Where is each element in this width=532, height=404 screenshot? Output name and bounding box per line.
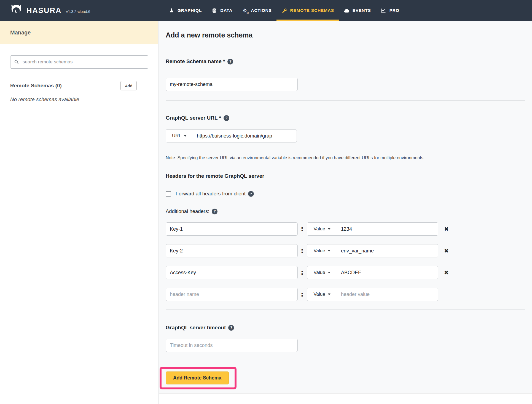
header-rows: : Value ✖ : Value ✖ : [166, 222, 525, 301]
nav-item-label: EVENTS [353, 8, 371, 13]
colon-separator: : [301, 244, 303, 257]
schema-search [10, 55, 148, 69]
remote-schemas-count-heading: Remote Schemas (0) [10, 83, 62, 89]
help-icon[interactable]: ? [228, 325, 234, 331]
label-text: Additional headers: [166, 208, 209, 214]
cloud-icon [343, 7, 350, 14]
wrench-icon [281, 7, 288, 14]
label-text: GraphQL server timeout [166, 325, 226, 331]
brand: HASURA v1.3.2-cloud.6 [0, 4, 90, 17]
search-remote-schemas-input[interactable] [10, 55, 148, 69]
submit-area: Add Remote Schema [166, 371, 229, 384]
nav-item-label: DATA [220, 8, 232, 13]
colon-separator: : [301, 288, 303, 301]
header-row: : Value ✖ [166, 266, 525, 279]
value-type-dropdown[interactable]: Value [307, 288, 337, 301]
chevron-down-icon [328, 250, 331, 252]
header-value-input[interactable] [337, 288, 438, 301]
remove-header-icon[interactable]: ✖ [444, 270, 449, 275]
graphql-server-url-label: GraphQL server URL * ? [166, 115, 525, 121]
value-type-dropdown[interactable]: Value [307, 266, 337, 279]
label-text: Remote Schema name * [166, 58, 225, 64]
top-navbar: HASURA v1.3.2-cloud.6 GRAPHIQL DATA ⚙ ⚙ … [0, 0, 532, 21]
url-type-label: URL [172, 133, 181, 139]
header-key-input[interactable] [166, 288, 298, 301]
remote-schema-name-label: Remote Schema name * ? [166, 58, 525, 64]
top-nav: GRAPHIQL DATA ⚙ ⚙ ACTIONS REMOTE SCHEMAS [164, 0, 404, 21]
nav-item-data[interactable]: DATA [206, 0, 237, 21]
chevron-down-icon [328, 228, 331, 230]
add-remote-schema-form: Add a new remote schema Remote Schema na… [159, 21, 532, 394]
nav-item-label: PRO [389, 8, 399, 13]
remove-header-icon[interactable]: ✖ [444, 248, 449, 254]
main-panel: Add a new remote schema Remote Schema na… [159, 21, 532, 404]
chevron-down-icon [328, 293, 331, 295]
flask-icon [168, 7, 175, 14]
page-title: Add a new remote schema [166, 21, 525, 39]
label-text: GraphQL server URL * [166, 115, 221, 121]
nav-item-remote-schemas[interactable]: REMOTE SCHEMAS [276, 0, 339, 21]
header-row: : Value ✖ [166, 244, 525, 257]
section-divider [166, 309, 525, 310]
header-key-input[interactable] [166, 244, 298, 257]
section-divider [166, 100, 525, 101]
remove-header-icon[interactable]: ✖ [444, 226, 449, 232]
forward-headers-row: Forward all headers from client ? [166, 191, 525, 197]
colon-separator: : [301, 222, 303, 236]
url-note: Note: Specifying the server URL via an e… [166, 155, 525, 160]
value-type-label: Value [313, 292, 325, 297]
help-icon[interactable]: ? [212, 209, 217, 214]
forward-headers-label: Forward all headers from client [176, 191, 246, 197]
header-value-input[interactable] [337, 222, 438, 236]
header-key-input[interactable] [166, 222, 298, 236]
brand-name: HASURA [26, 6, 62, 15]
gears-icon: ⚙ ⚙ [242, 7, 248, 14]
nav-item-events[interactable]: EVENTS [339, 0, 376, 21]
nav-item-actions[interactable]: ⚙ ⚙ ACTIONS [237, 0, 276, 21]
nav-item-graphiql[interactable]: GRAPHIQL [164, 0, 206, 21]
header-value-input[interactable] [337, 266, 438, 279]
value-type-dropdown[interactable]: Value [307, 222, 337, 236]
graphql-server-timeout-label: GraphQL server timeout ? [166, 325, 525, 331]
colon-separator: : [301, 266, 303, 279]
header-row-empty: : Value [166, 288, 525, 301]
help-icon[interactable]: ? [224, 115, 229, 121]
server-timeout-input[interactable] [166, 339, 298, 352]
help-icon[interactable]: ? [227, 59, 233, 64]
headers-section-heading: Headers for the remote GraphQL server [166, 173, 525, 179]
database-icon [211, 7, 217, 14]
empty-schemas-text: No remote schemas available [10, 96, 148, 103]
graphql-server-url-input[interactable] [193, 129, 297, 142]
nav-item-label: ACTIONS [251, 8, 272, 13]
manage-label: Manage [10, 29, 31, 36]
header-key-input[interactable] [166, 266, 298, 279]
url-input-group: URL [166, 129, 525, 142]
add-remote-schema-button[interactable]: Add Remote Schema [166, 371, 229, 384]
version-label: v1.3.2-cloud.6 [66, 9, 90, 14]
value-type-label: Value [313, 248, 325, 254]
value-type-label: Value [313, 226, 325, 232]
header-row: : Value ✖ [166, 222, 525, 236]
hasura-logo-icon [10, 4, 23, 17]
chart-icon [380, 7, 387, 14]
sidebar: Manage Remote Schemas (0) Add No remote … [0, 21, 158, 404]
add-schema-button[interactable]: Add [120, 81, 137, 90]
sidebar-manage-header[interactable]: Manage [0, 21, 158, 44]
remote-schema-name-input[interactable] [166, 78, 298, 91]
sidebar-divider [0, 110, 158, 110]
value-type-label: Value [313, 270, 325, 275]
forward-headers-checkbox[interactable] [166, 191, 171, 196]
help-icon[interactable]: ? [248, 191, 254, 197]
nav-item-label: GRAPHIQL [178, 8, 202, 13]
nav-item-label: REMOTE SCHEMAS [290, 8, 334, 13]
search-icon [14, 60, 19, 64]
chevron-down-icon [184, 135, 187, 137]
value-type-dropdown[interactable]: Value [307, 244, 337, 257]
nav-item-pro[interactable]: PRO [376, 0, 404, 21]
chevron-down-icon [328, 272, 331, 273]
remote-schemas-header-row: Remote Schemas (0) Add [10, 81, 137, 90]
header-value-input[interactable] [337, 244, 438, 257]
additional-headers-label: Additional headers: ? [166, 208, 525, 214]
url-type-dropdown[interactable]: URL [166, 129, 193, 142]
